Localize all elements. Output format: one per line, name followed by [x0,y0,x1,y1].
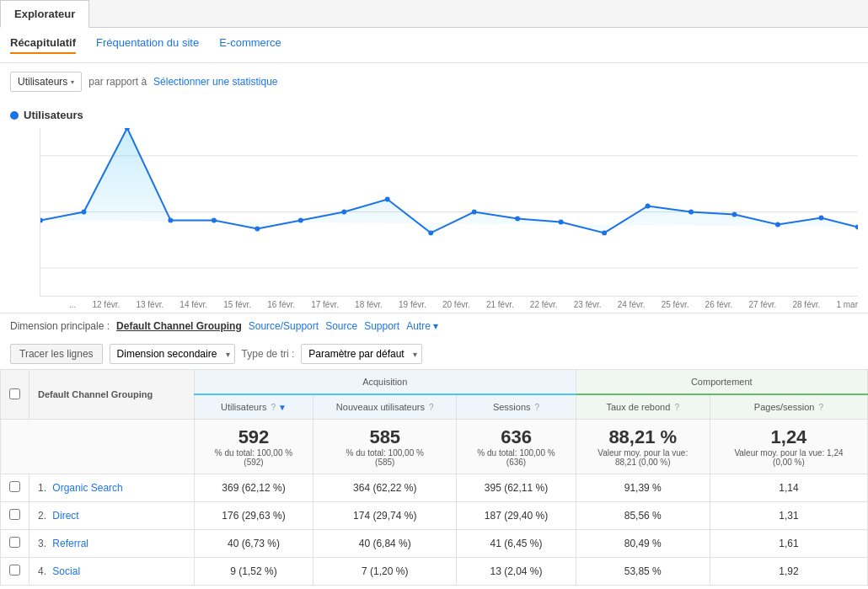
total-nouveaux-abs: (585) [322,458,447,467]
chart-container [40,128,858,297]
svg-point-4 [40,217,43,222]
sort-param-wrapper: Paramètre par défaut [301,344,422,364]
row4-sessions: 13 (2,04 %) [457,558,576,586]
row2-taux-rebond: 85,56 % [576,502,710,530]
svg-point-12 [385,197,390,202]
row1-name: 1. Organic Search [29,474,195,502]
nav-ecommerce[interactable]: E-commerce [219,36,281,54]
row3-checkbox-cell [1,530,29,558]
total-pages-session-moy: Valeur moy. pour la vue: 1,24 [719,448,859,458]
svg-point-22 [818,215,823,220]
taux-rebond-info-icon[interactable]: ? [674,403,679,412]
row1-checkbox[interactable] [9,481,20,492]
legend-dot [10,111,19,120]
utilisateurs-info-icon[interactable]: ? [271,403,276,412]
select-all-checkbox[interactable] [9,388,20,399]
total-pages-session-value: 1,24 [719,426,859,448]
data-table: Default Channel Grouping Acquisition Com… [0,369,868,586]
select-stat-link[interactable]: Sélectionner une statistique [153,76,277,88]
x-label-28: 28 févr. [792,300,820,309]
th-sessions: Sessions ? [457,394,576,420]
x-label-27: 27 févr. [749,300,777,309]
row4-checkbox[interactable] [9,565,20,576]
svg-point-20 [732,212,737,217]
secondary-dim-wrapper: Dimension secondaire [110,344,235,364]
chart-svg [40,128,858,296]
dimension-link-support[interactable]: Support [364,320,399,332]
chart-legend: Utilisateurs [10,109,858,121]
row3-checkbox[interactable] [9,537,20,548]
row1-pages-session: 1,14 [710,474,867,502]
row2-name: 2. Direct [29,502,195,530]
x-label-25: 25 févr. [662,300,689,309]
svg-point-18 [646,204,651,209]
x-label-23: 23 févr. [574,300,602,309]
svg-point-7 [168,217,173,222]
table-row: 1. Organic Search 369 (62,12 %) 364 (62,… [1,474,868,502]
tracer-lines-button[interactable]: Tracer les lignes [10,344,103,364]
total-taux-rebond: 88,21 % Valeur moy. pour la vue: 88,21 (… [576,420,710,474]
dimension-link-autre[interactable]: Autre ▾ [406,320,438,332]
row4-pages-session: 1,92 [710,558,867,586]
dimension-active[interactable]: Default Channel Grouping [116,320,242,332]
svg-point-11 [341,210,346,215]
x-label-13: 13 févr. [136,300,163,309]
row2-link[interactable]: Direct [52,510,78,522]
tab-explorateur[interactable]: Explorateur [0,0,89,28]
table-section: Default Channel Grouping Acquisition Com… [0,369,868,586]
row3-num: 3. [38,538,46,549]
row2-pages-session: 1,31 [710,502,867,530]
pages-session-info-icon[interactable]: ? [818,403,823,412]
table-row: 3. Referral 40 (6,73 %) 40 (6,84 %) 41 (… [1,530,868,558]
row4-link[interactable]: Social [52,565,80,577]
metric-dropdown-label: Utilisateurs [18,76,67,88]
svg-point-19 [689,210,694,215]
x-label-22: 22 févr. [530,300,558,309]
total-utilisateurs-pct: % du total: 100,00 % [203,448,304,458]
row2-checkbox-cell [1,502,29,530]
sessions-info-icon[interactable]: ? [535,403,540,412]
x-label-15: 15 févr. [223,300,251,309]
total-sessions-value: 636 [465,426,566,448]
secondary-dim-select[interactable]: Dimension secondaire [110,344,235,364]
chart-x-labels: ... 12 févr. 13 févr. 14 févr. 15 févr. … [40,297,858,313]
dimension-link-source-support[interactable]: Source/Support [249,320,319,332]
total-sessions-pct: % du total: 100,00 % [465,448,566,458]
row2-checkbox[interactable] [9,509,20,520]
row1-checkbox-cell [1,474,29,502]
row4-name: 4. Social [29,558,195,586]
th-utilisateurs: Utilisateurs ? ▼ [194,394,313,420]
x-label-24: 24 févr. [618,300,646,309]
x-label-1mar: 1 mar [836,300,858,309]
row1-nouveaux: 364 (62,22 %) [313,474,457,502]
metric-dropdown-arrow: ▾ [71,78,74,86]
x-label-17: 17 févr. [311,300,339,309]
nav-recapitulatif[interactable]: Récapitulatif [10,36,76,54]
dimension-row: Dimension principale : Default Channel G… [0,313,868,339]
svg-point-14 [472,210,477,215]
x-label-19: 19 févr. [399,300,426,309]
row3-nouveaux: 40 (6,84 %) [313,530,457,558]
row4-checkbox-cell [1,558,29,586]
x-label-21: 21 févr. [486,300,514,309]
nav-frequentation[interactable]: Fréquentation du site [96,36,199,54]
row1-link[interactable]: Organic Search [52,482,122,494]
th-channel-grouping: Default Channel Grouping [29,370,195,420]
tracer-row: Tracer les lignes Dimension secondaire T… [0,339,868,369]
row4-num: 4. [38,565,46,577]
total-taux-rebond-moy-val: 88,21 (0,00 %) [585,458,701,467]
x-label-14: 14 févr. [179,300,207,309]
svg-point-17 [602,230,607,235]
svg-point-9 [255,226,260,231]
row3-link[interactable]: Referral [52,538,88,549]
metric-dropdown[interactable]: Utilisateurs ▾ [10,72,82,92]
nouveaux-info-icon[interactable]: ? [429,403,434,412]
total-taux-rebond-value: 88,21 % [585,426,701,448]
svg-point-16 [559,219,564,224]
row2-nouveaux: 174 (29,74 %) [313,502,457,530]
utilisateurs-sort-icon[interactable]: ▼ [278,403,287,412]
table-row: 2. Direct 176 (29,63 %) 174 (29,74 %) 18… [1,502,868,530]
sort-param-select[interactable]: Paramètre par défaut [301,344,422,364]
dimension-link-source[interactable]: Source [325,320,357,332]
chart-section: Utilisateurs 40 20 [0,100,868,313]
